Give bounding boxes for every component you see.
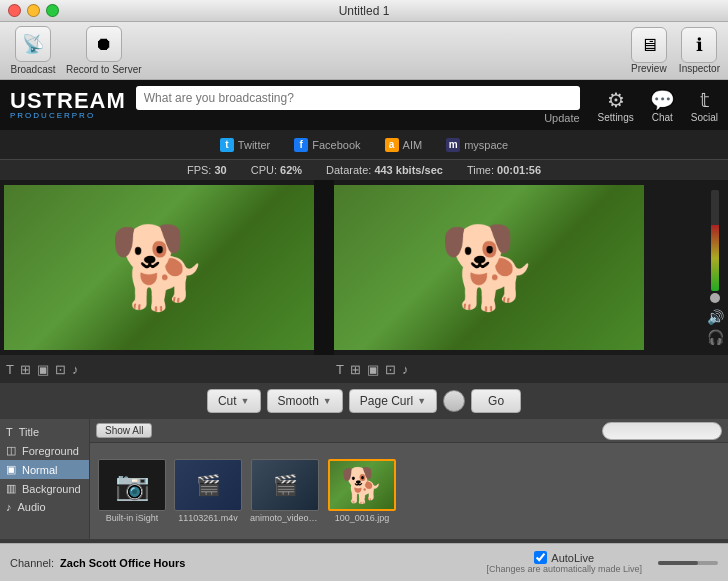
show-all-button[interactable]: Show All: [96, 423, 152, 438]
aim-icon: a: [385, 138, 399, 152]
audio-icon: ♪: [6, 501, 12, 513]
chat-button[interactable]: 💬 Chat: [650, 88, 675, 123]
isight-label: Built-in iSight: [106, 513, 159, 523]
camera-icon: 📷: [115, 469, 150, 502]
cut-button[interactable]: Cut ▼: [207, 389, 261, 413]
datarate-label: Datarate: 443 kbits/sec: [326, 164, 443, 176]
media-item-isight[interactable]: 📷 Built-in iSight: [98, 459, 166, 523]
myspace-link[interactable]: m myspace: [446, 138, 508, 152]
jpg-thumb: 🐕: [328, 459, 396, 511]
text-tool-icon-left[interactable]: T: [6, 362, 14, 377]
fps-label: FPS: 30: [187, 164, 227, 176]
record-to-server-button[interactable]: ⏺ Record to Server: [66, 26, 142, 75]
title-bar: Untitled 1: [0, 0, 728, 22]
minimize-button[interactable]: [27, 4, 40, 17]
autolive-label: AutoLive: [551, 552, 594, 564]
layer-icon-left[interactable]: ⊞: [20, 362, 31, 377]
facebook-link[interactable]: f Facebook: [294, 138, 360, 152]
media-item-animoto[interactable]: 🎬 animoto_video.mp: [250, 459, 320, 523]
m4v-thumb: 🎬: [174, 459, 242, 511]
maximize-button[interactable]: [46, 4, 59, 17]
volume-slider[interactable]: 🔊 🎧: [708, 190, 722, 345]
volume-knob[interactable]: [710, 293, 720, 303]
title-icon: T: [6, 426, 13, 438]
crop-icon-left[interactable]: ▣: [37, 362, 49, 377]
broadcast-input[interactable]: [136, 86, 580, 110]
sidebar-item-foreground[interactable]: ◫ Foreground: [0, 441, 89, 460]
channel-prefix: Channel:: [10, 557, 54, 569]
normal-icon: ▣: [6, 463, 16, 476]
bottom-bar: Channel: Zach Scott Office Hours AutoLiv…: [0, 543, 728, 581]
twitter-icon: t: [220, 138, 234, 152]
social-icon: 𝕥: [700, 88, 709, 112]
volume-track[interactable]: [658, 561, 718, 565]
header-right: ⚙ Settings 💬 Chat 𝕥 Social: [598, 88, 718, 123]
inspector-button[interactable]: ℹ Inspector: [679, 27, 720, 74]
transition-circle[interactable]: [443, 390, 465, 412]
music-icon-left[interactable]: ♪: [72, 362, 79, 377]
animoto-icon: 🎬: [273, 473, 298, 497]
autolive-wrap: AutoLive [Changes are automatically made…: [486, 551, 642, 574]
transition-icon-right[interactable]: ⊡: [385, 362, 396, 377]
media-toolbar: Show All: [90, 419, 728, 443]
twitter-link[interactable]: t Twitter: [220, 138, 270, 152]
autolive-sub-label: [Changes are automatically made Live]: [486, 564, 642, 574]
settings-button[interactable]: ⚙ Settings: [598, 88, 634, 123]
foreground-icon: ◫: [6, 444, 16, 457]
autolive-checkbox[interactable]: [534, 551, 547, 564]
broadcast-input-wrap: Update: [136, 86, 580, 124]
sidebar-item-title[interactable]: T Title: [0, 423, 89, 441]
media-grid: 📷 Built-in iSight 🎬 11103261.m4v 🎬 animo…: [90, 443, 728, 539]
inspector-icon: ℹ: [681, 27, 717, 63]
toolbar-right: 🖥 Preview ℹ Inspector: [631, 27, 720, 74]
media-search-input[interactable]: [602, 422, 722, 440]
autolive-checkbox-row[interactable]: AutoLive: [534, 551, 594, 564]
music-icon-right[interactable]: ♪: [402, 362, 409, 377]
layer-icon-right[interactable]: ⊞: [350, 362, 361, 377]
preview-button[interactable]: 🖥 Preview: [631, 27, 667, 74]
sidebar-item-background[interactable]: ▥ Background: [0, 479, 89, 498]
text-tool-icon-right[interactable]: T: [336, 362, 344, 377]
m4v-label: 11103261.m4v: [178, 513, 238, 523]
smooth-button[interactable]: Smooth ▼: [267, 389, 343, 413]
record-icon: ⏺: [86, 26, 122, 62]
video-divider: [314, 180, 334, 355]
social-button[interactable]: 𝕥 Social: [691, 88, 718, 123]
brand-name: USTREAM: [10, 90, 126, 112]
update-button[interactable]: Update: [544, 112, 579, 124]
animoto-label: animoto_video.mp: [250, 513, 320, 523]
crop-icon-right[interactable]: ▣: [367, 362, 379, 377]
media-item-m4v[interactable]: 🎬 11103261.m4v: [174, 459, 242, 523]
window-controls: [8, 4, 59, 17]
page-curl-arrow: ▼: [417, 396, 426, 406]
video-preview-right: [334, 185, 644, 350]
stats-bar: FPS: 30 CPU: 62% Datarate: 443 kbits/sec…: [0, 160, 728, 180]
animoto-thumb: 🎬: [251, 459, 319, 511]
video-area: P 🔊 🎧: [0, 180, 728, 355]
headphone-icon: 🎧: [707, 329, 724, 345]
window-title: Untitled 1: [339, 4, 390, 18]
chat-icon: 💬: [650, 88, 675, 112]
page-curl-button[interactable]: Page Curl ▼: [349, 389, 437, 413]
volume-fill-bottom: [658, 561, 698, 565]
brand-logo: USTREAM PRODUCERPRO: [10, 90, 126, 120]
transition-icon-left[interactable]: ⊡: [55, 362, 66, 377]
go-button[interactable]: Go: [471, 389, 521, 413]
smooth-arrow: ▼: [323, 396, 332, 406]
channel-name: Zach Scott Office Hours: [60, 557, 185, 569]
aim-link[interactable]: a AIM: [385, 138, 423, 152]
brand-sub: PRODUCERPRO: [10, 112, 126, 120]
media-item-jpg[interactable]: 🐕 100_0016.jpg: [328, 459, 396, 523]
close-button[interactable]: [8, 4, 21, 17]
transition-bar: Cut ▼ Smooth ▼ Page Curl ▼ Go: [0, 383, 728, 419]
time-label: Time: 00:01:56: [467, 164, 541, 176]
sidebar-item-normal[interactable]: ▣ Normal: [0, 460, 89, 479]
sidebar-item-audio[interactable]: ♪ Audio: [0, 498, 89, 516]
dog-thumb-icon: 🐕: [341, 465, 383, 505]
speaker-icon: 🔊: [707, 309, 724, 325]
volume-slider-bottom[interactable]: [658, 561, 718, 565]
vc-left: T ⊞ ▣ ⊡ ♪: [0, 362, 330, 377]
top-toolbar: 📡 Broadcast ⏺ Record to Server 🖥 Preview…: [0, 22, 728, 80]
background-icon: ▥: [6, 482, 16, 495]
broadcast-button[interactable]: 📡 Broadcast: [8, 26, 58, 75]
